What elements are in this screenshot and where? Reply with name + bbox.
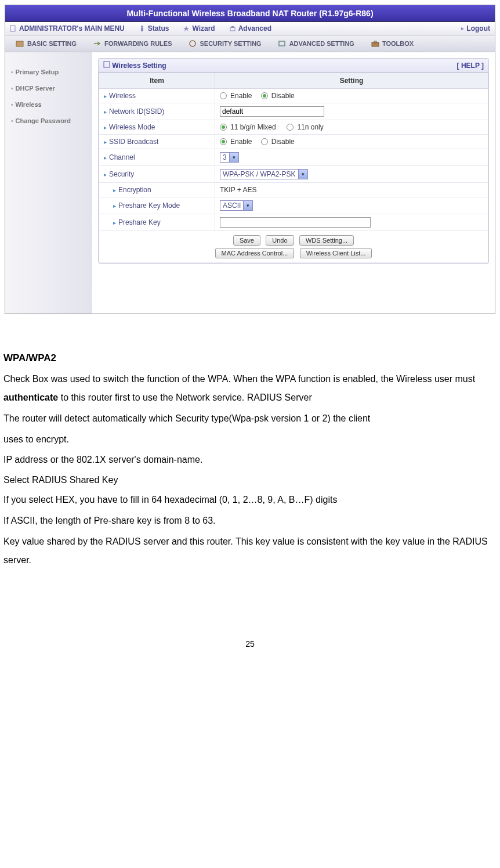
sidebar-dhcp-server[interactable]: DHCP Server bbox=[10, 80, 88, 96]
table-row: ▸Network ID(SSID) bbox=[99, 103, 488, 120]
main-menu-label: ADMINISTRATOR's MAIN MENU bbox=[10, 24, 125, 33]
basic-setting-icon bbox=[16, 39, 25, 48]
main-menu: ADMINISTRATOR's MAIN MENU Status Wizard … bbox=[5, 22, 495, 35]
tab-bar: BASIC SETTING FORWARDING RULES SECURITY … bbox=[5, 35, 495, 52]
table-row: ▸Encryption TKIP + AES bbox=[99, 183, 488, 197]
wds-setting-button[interactable]: WDS Setting... bbox=[299, 235, 354, 246]
doc-paragraph: If ASCII, the length of Pre-share key is… bbox=[3, 512, 497, 530]
panel-title: Wireless Setting bbox=[112, 62, 166, 70]
table-row: ▸Wireless Enable Disable bbox=[99, 89, 488, 103]
page-number: 25 bbox=[3, 639, 497, 649]
panel-icon bbox=[103, 61, 110, 68]
row-arrow-icon: ▸ bbox=[104, 139, 107, 145]
svg-rect-11 bbox=[104, 62, 110, 67]
settings-table: Item Setting ▸Wireless Enable Disable bbox=[99, 73, 488, 263]
col-setting: Setting bbox=[215, 73, 488, 89]
page-icon bbox=[10, 25, 17, 32]
row-arrow-icon: ▸ bbox=[104, 171, 107, 178]
svg-point-7 bbox=[190, 41, 195, 46]
tab-toolbox[interactable]: TOOLBOX bbox=[365, 38, 419, 49]
mode-mixed-radio[interactable] bbox=[220, 124, 227, 131]
help-link[interactable]: [ HELP ] bbox=[457, 62, 484, 70]
router-admin-screenshot: Multi-Functional Wireless Broadband NAT … bbox=[5, 5, 495, 314]
doc-heading: WPA/WPA2 bbox=[3, 352, 497, 364]
security-icon bbox=[188, 39, 197, 48]
client-list-button[interactable]: Wireless Client List... bbox=[300, 248, 372, 258]
tab-forwarding-rules[interactable]: FORWARDING RULES bbox=[87, 38, 178, 49]
tab-basic-setting[interactable]: BASIC SETTING bbox=[10, 38, 82, 49]
col-item: Item bbox=[99, 73, 215, 89]
security-select[interactable]: WPA-PSK / WPA2-PSK ▾ bbox=[220, 169, 308, 179]
row-arrow-icon: ▸ bbox=[104, 154, 107, 161]
sidebar-wireless[interactable]: Wireless bbox=[10, 96, 88, 113]
chevron-down-icon: ▾ bbox=[243, 201, 252, 210]
chevron-down-icon: ▾ bbox=[229, 153, 238, 162]
sidebar-change-password[interactable]: Change Password bbox=[10, 113, 88, 129]
doc-paragraph: Check Box was used to switch the functio… bbox=[3, 370, 497, 407]
save-button[interactable]: Save bbox=[233, 235, 260, 246]
table-row: ▸Preshare Key bbox=[99, 214, 488, 231]
ssid-enable-radio[interactable] bbox=[220, 138, 227, 145]
doc-paragraph: The router will detect automatically whi… bbox=[3, 409, 497, 428]
row-arrow-icon: ▸ bbox=[104, 109, 107, 115]
wireless-disable-radio[interactable] bbox=[261, 92, 268, 99]
forwarding-icon bbox=[93, 39, 102, 48]
sidebar: Primary Setup DHCP Server Wireless Chang… bbox=[5, 52, 92, 314]
sidebar-primary-setup[interactable]: Primary Setup bbox=[10, 64, 88, 80]
ssid-input[interactable] bbox=[220, 106, 324, 117]
header-bar: Multi-Functional Wireless Broadband NAT … bbox=[5, 5, 495, 22]
row-arrow-icon: ▸ bbox=[113, 187, 116, 193]
mode-11n-radio[interactable] bbox=[287, 124, 294, 131]
document-text: WPA/WPA2 Check Box was used to switch th… bbox=[0, 319, 500, 672]
menu-status[interactable]: Status bbox=[139, 24, 169, 33]
menu-logout[interactable]: ▸ Logout bbox=[461, 24, 490, 33]
undo-button[interactable]: Undo bbox=[266, 235, 294, 246]
channel-select[interactable]: 3 ▾ bbox=[220, 152, 239, 163]
preshare-mode-select[interactable]: ASCII ▾ bbox=[220, 200, 253, 211]
doc-paragraph: uses to encrypt. bbox=[3, 431, 497, 448]
doc-paragraph: If you select HEX, you have to fill in 6… bbox=[3, 491, 497, 509]
table-row: ▸Security WPA-PSK / WPA2-PSK ▾ bbox=[99, 166, 488, 183]
table-row: ▸Wireless Mode 11 b/g/n Mixed 11n only bbox=[99, 120, 488, 135]
advanced-setting-icon bbox=[278, 39, 287, 48]
row-arrow-icon: ▸ bbox=[104, 124, 107, 131]
doc-paragraph: IP address or the 802.1X server's domain… bbox=[3, 452, 497, 469]
chevron-down-icon: ▾ bbox=[298, 170, 307, 179]
ssid-disable-radio[interactable] bbox=[261, 138, 268, 145]
button-row: Save Undo WDS Setting... MAC Address Con… bbox=[99, 231, 488, 263]
menu-wizard[interactable]: Wizard bbox=[183, 24, 215, 33]
svg-rect-2 bbox=[141, 28, 143, 31]
chevron-right-icon: ▸ bbox=[461, 26, 464, 31]
preshare-key-input[interactable] bbox=[220, 217, 371, 228]
table-row: ▸SSID Broadcast Enable Disable bbox=[99, 135, 488, 149]
svg-marker-3 bbox=[183, 26, 189, 31]
svg-rect-0 bbox=[10, 26, 15, 31]
svg-rect-6 bbox=[16, 41, 23, 46]
row-arrow-icon: ▸ bbox=[113, 219, 116, 226]
doc-paragraph: Select RADIUS Shared Key bbox=[3, 472, 497, 489]
svg-rect-8 bbox=[279, 41, 285, 46]
wizard-icon bbox=[183, 25, 190, 32]
mac-control-button[interactable]: MAC Address Control... bbox=[215, 248, 295, 258]
table-row: ▸Preshare Key Mode ASCII ▾ bbox=[99, 197, 488, 214]
row-arrow-icon: ▸ bbox=[113, 203, 116, 209]
status-icon bbox=[139, 25, 146, 32]
header-title: Multi-Functional Wireless Broadband NAT … bbox=[126, 9, 373, 18]
table-row: ▸Channel 3 ▾ bbox=[99, 149, 488, 166]
content-area: Wireless Setting [ HELP ] Item Setting ▸… bbox=[92, 52, 495, 314]
wireless-setting-panel: Wireless Setting [ HELP ] Item Setting ▸… bbox=[98, 58, 489, 264]
tab-security-setting[interactable]: SECURITY SETTING bbox=[182, 38, 267, 49]
tab-advanced-setting[interactable]: ADVANCED SETTING bbox=[272, 38, 360, 49]
svg-point-1 bbox=[141, 26, 143, 28]
doc-paragraph: Key value shared by the RADIUS server an… bbox=[3, 532, 497, 570]
menu-advanced[interactable]: Advanced bbox=[229, 24, 271, 33]
toolbox-icon bbox=[371, 39, 380, 48]
svg-rect-5 bbox=[231, 26, 234, 28]
advanced-icon bbox=[229, 25, 236, 32]
encryption-value: TKIP + AES bbox=[220, 186, 256, 194]
row-arrow-icon: ▸ bbox=[104, 93, 107, 99]
wireless-enable-radio[interactable] bbox=[220, 92, 227, 99]
